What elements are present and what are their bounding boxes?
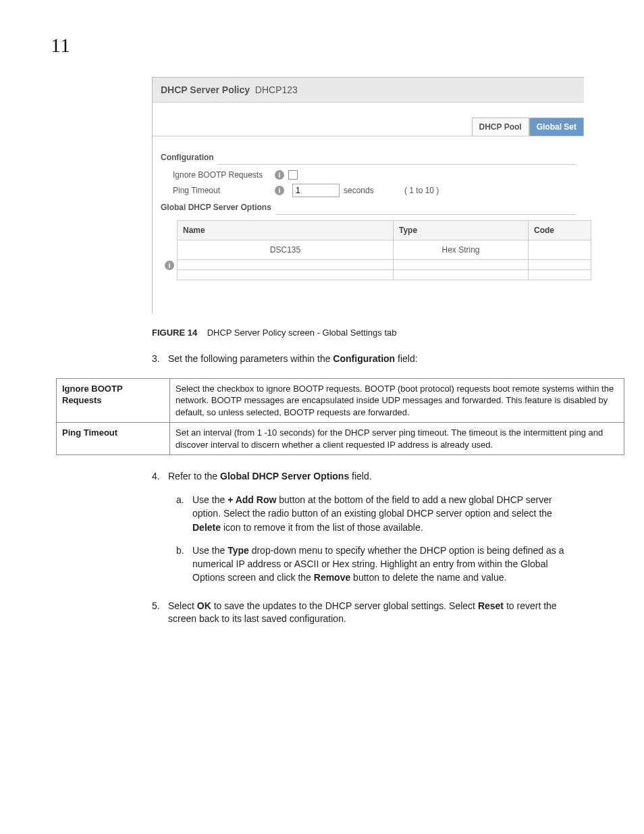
bold: Reset bbox=[478, 600, 504, 611]
configuration-legend: Configuration bbox=[161, 153, 214, 162]
bold: Type bbox=[227, 545, 249, 556]
text: to save the updates to the DHCP server g… bbox=[211, 600, 478, 611]
text: Set the following parameters within the bbox=[168, 353, 333, 364]
info-icon[interactable]: i bbox=[275, 186, 284, 195]
tab-row: DHCP Pool Global Set bbox=[153, 103, 584, 136]
global-options-table: Name Type Code DSC135 Hex String bbox=[177, 220, 591, 280]
page-number: 11 bbox=[51, 34, 593, 57]
text: field. bbox=[349, 471, 371, 481]
bold: OK bbox=[197, 600, 211, 611]
ignore-bootp-label: Ignore BOOTP Requests bbox=[173, 170, 271, 180]
step-number: 4. bbox=[152, 470, 168, 484]
text: button to delete the name and value. bbox=[350, 572, 506, 583]
bold: Configuration bbox=[333, 353, 395, 364]
text: Use the bbox=[192, 545, 227, 556]
dhcp-screenshot: DHCP Server Policy DHCP123 DHCP Pool Glo… bbox=[152, 77, 584, 314]
panel-title-prefix: DHCP Server Policy bbox=[161, 84, 250, 95]
bold: Global DHCP Server Options bbox=[220, 471, 349, 481]
bold: Remove bbox=[314, 572, 350, 583]
substep-b: b. Use the Type drop-down menu to specif… bbox=[176, 544, 593, 585]
bold: Delete bbox=[192, 522, 221, 533]
substep-a: a. Use the + Add Row button at the botto… bbox=[176, 493, 593, 534]
panel-title-name: DHCP123 bbox=[255, 84, 298, 95]
text: Select bbox=[168, 600, 197, 611]
tab-global-settings[interactable]: Global Set bbox=[529, 118, 584, 136]
cell-type bbox=[394, 270, 529, 280]
bold: + Add Row bbox=[227, 494, 276, 505]
text: field: bbox=[395, 353, 417, 364]
table-row[interactable]: DSC135 Hex String bbox=[178, 240, 591, 260]
ping-unit: seconds bbox=[344, 186, 404, 195]
cell-code bbox=[529, 240, 591, 260]
figure-caption: FIGURE 14 DHCP Server Policy screen - Gl… bbox=[152, 328, 593, 338]
description-table: Ignore BOOTP Requests Select the checkbo… bbox=[56, 378, 624, 456]
step-number: 5. bbox=[152, 600, 168, 626]
info-icon[interactable]: i bbox=[165, 261, 174, 270]
step-5: 5. Select OK to save the updates to the … bbox=[152, 600, 593, 626]
ping-range: ( 1 to 10 ) bbox=[404, 186, 439, 195]
info-icon[interactable]: i bbox=[275, 170, 284, 180]
cell-name: DSC135 bbox=[178, 240, 394, 260]
table-row[interactable] bbox=[178, 260, 591, 270]
desc-label: Ping Timeout bbox=[57, 423, 170, 455]
ignore-bootp-checkbox[interactable] bbox=[288, 170, 298, 180]
figure-label: FIGURE 14 bbox=[152, 328, 197, 338]
cell-name bbox=[178, 260, 394, 270]
step-4: 4. Refer to the Global DHCP Server Optio… bbox=[152, 470, 593, 484]
cell-type bbox=[394, 260, 529, 270]
divider bbox=[275, 214, 576, 215]
cell-code bbox=[529, 260, 591, 270]
substep-letter: b. bbox=[176, 544, 192, 585]
step-3: 3. Set the following parameters within t… bbox=[152, 353, 593, 366]
substep-letter: a. bbox=[176, 493, 192, 534]
col-type[interactable]: Type bbox=[394, 221, 529, 240]
desc-label: Ignore BOOTP Requests bbox=[57, 378, 170, 423]
desc-text: Select the checkbox to ignore BOOTP requ… bbox=[170, 378, 624, 423]
tab-dhcp-pool[interactable]: DHCP Pool bbox=[472, 118, 529, 136]
ping-timeout-input[interactable] bbox=[292, 184, 340, 197]
col-code[interactable]: Code bbox=[529, 221, 591, 240]
text: Refer to the bbox=[168, 471, 220, 481]
text: Use the bbox=[192, 494, 227, 505]
divider bbox=[218, 164, 576, 165]
cell-type: Hex String bbox=[394, 240, 529, 260]
text: icon to remove it from the list of those… bbox=[221, 522, 423, 533]
table-row[interactable] bbox=[178, 270, 591, 280]
figure-text: DHCP Server Policy screen - Global Setti… bbox=[207, 328, 397, 338]
step-number: 3. bbox=[152, 353, 168, 366]
global-options-legend: Global DHCP Server Options bbox=[161, 203, 271, 212]
panel-title: DHCP Server Policy DHCP123 bbox=[153, 78, 584, 103]
desc-text: Set an interval (from 1 -10 seconds) for… bbox=[170, 423, 624, 455]
col-name[interactable]: Name bbox=[178, 221, 394, 240]
ping-timeout-label: Ping Timeout bbox=[173, 186, 271, 195]
cell-code bbox=[529, 270, 591, 280]
cell-name bbox=[178, 270, 394, 280]
